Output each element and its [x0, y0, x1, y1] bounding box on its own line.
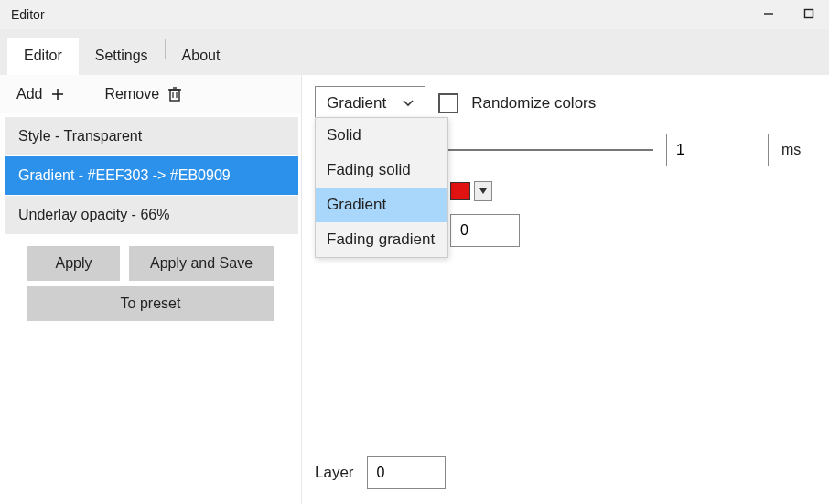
trash-icon: [167, 86, 183, 102]
tab-bar: Editor Settings About: [0, 29, 829, 75]
apply-button[interactable]: Apply: [27, 246, 120, 281]
minimize-button[interactable]: [759, 7, 778, 22]
randomize-checkbox[interactable]: [438, 93, 458, 113]
svg-rect-1: [805, 10, 813, 18]
layer-input[interactable]: [367, 456, 446, 489]
window-title: Editor: [11, 7, 759, 22]
add-label: Add: [16, 86, 42, 102]
plus-icon: [49, 86, 66, 102]
dropdown-option-fading-gradient[interactable]: Fading gradient: [316, 222, 447, 257]
tab-editor[interactable]: Editor: [7, 38, 79, 75]
layer-list: Style - Transparent Gradient - #EEF303 -…: [5, 117, 298, 235]
randomize-label: Randomize colors: [471, 94, 596, 113]
remove-button[interactable]: Remove: [101, 82, 187, 106]
apply-save-button[interactable]: Apply and Save: [129, 246, 274, 281]
maximize-button[interactable]: [800, 7, 818, 22]
titlebar: Editor: [0, 0, 829, 29]
layer-row: Layer: [315, 456, 446, 489]
tab-about[interactable]: About: [166, 38, 237, 75]
chevron-down-icon: [403, 97, 414, 110]
type-row: Gradient Randomize colors: [315, 86, 816, 121]
color-dropdown-button[interactable]: [474, 181, 492, 201]
right-panel: Gradient Randomize colors Solid Fading s…: [302, 75, 829, 504]
list-item[interactable]: Underlay opacity - 66%: [5, 196, 298, 235]
content-area: Add Remove Style - Transparent Gradient …: [0, 75, 829, 504]
svg-marker-9: [479, 188, 487, 194]
number-row: [450, 214, 816, 247]
action-row-2: To preset: [0, 281, 301, 327]
duration-unit: ms: [781, 142, 801, 158]
type-select-value: Gradient: [327, 94, 386, 113]
to-preset-button[interactable]: To preset: [27, 286, 274, 321]
left-toolbar: Add Remove: [0, 75, 301, 113]
dropdown-option-gradient[interactable]: Gradient: [316, 188, 447, 222]
action-row-1: Apply Apply and Save: [0, 239, 301, 281]
window-controls: [759, 7, 818, 22]
dropdown-option-fading-solid[interactable]: Fading solid: [316, 153, 447, 188]
color-row: [450, 181, 816, 201]
type-select[interactable]: Gradient: [315, 86, 425, 121]
left-panel: Add Remove Style - Transparent Gradient …: [0, 75, 302, 504]
list-item[interactable]: Gradient - #EEF303 -> #EB0909: [5, 156, 298, 196]
svg-rect-4: [170, 90, 179, 101]
tab-settings[interactable]: Settings: [79, 38, 165, 75]
add-button[interactable]: Add: [13, 82, 70, 106]
number-input[interactable]: [450, 214, 520, 247]
color-swatch[interactable]: [450, 182, 470, 200]
duration-input[interactable]: [666, 134, 769, 166]
dropdown-option-solid[interactable]: Solid: [316, 118, 447, 153]
type-dropdown-popup: Solid Fading solid Gradient Fading gradi…: [315, 117, 448, 258]
remove-label: Remove: [104, 86, 159, 102]
layer-label: Layer: [315, 464, 354, 482]
list-item[interactable]: Style - Transparent: [5, 117, 298, 156]
